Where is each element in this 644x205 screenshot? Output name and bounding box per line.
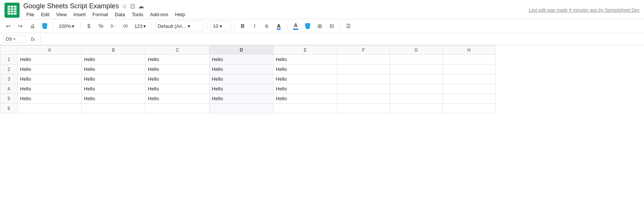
cell-D5[interactable]: Hello (210, 94, 273, 104)
cell-B2[interactable]: Hello (82, 64, 146, 74)
cell-E2[interactable]: Hello (273, 64, 337, 74)
cell-A4[interactable]: Hello (18, 84, 82, 94)
cell-D2[interactable]: Hello (210, 64, 273, 74)
cell-A6[interactable] (18, 104, 82, 113)
percent-button[interactable]: % (96, 21, 106, 31)
font-size-chevron-icon: ▾ (220, 23, 222, 29)
cell-G5[interactable] (390, 94, 443, 104)
menu-item-add-ons[interactable]: Add-ons (147, 11, 171, 18)
print-button[interactable]: 🖨 (27, 21, 38, 31)
cell-A3[interactable]: Hello (18, 74, 82, 84)
zoom-dropdown[interactable]: 100% ▾ (56, 21, 77, 31)
cell-C6[interactable] (146, 104, 210, 113)
decimal-decrease-button[interactable]: .0← (108, 21, 118, 31)
folder-icon[interactable]: ⊡ (130, 3, 135, 10)
cell-reference-box[interactable]: D9 ▾ (3, 35, 26, 43)
currency-button[interactable]: $ (84, 21, 94, 31)
col-header-F[interactable]: F (337, 46, 390, 55)
cell-G3[interactable] (390, 74, 443, 84)
cell-G6[interactable] (390, 104, 443, 113)
cell-B4[interactable]: Hello (82, 84, 146, 94)
cell-D4[interactable]: Hello (210, 84, 273, 94)
bold-button[interactable]: B (237, 21, 248, 31)
cell-F3[interactable] (337, 74, 390, 84)
cell-F6[interactable] (337, 104, 390, 113)
font-size-dropdown[interactable]: 10 ▾ (210, 21, 231, 31)
font-family-dropdown[interactable]: Default (Ari... ▾ (155, 21, 204, 31)
cell-G4[interactable] (390, 84, 443, 94)
menu-item-help[interactable]: Help (172, 11, 188, 18)
formula-input[interactable] (43, 36, 641, 42)
text-align-button[interactable]: ☰ (343, 21, 354, 31)
col-header-A[interactable]: A (18, 46, 82, 55)
cell-E3[interactable]: Hello (273, 74, 337, 84)
col-header-D[interactable]: D (210, 46, 273, 55)
col-header-H[interactable]: H (443, 46, 495, 55)
cell-C2[interactable]: Hello (146, 64, 210, 74)
strikethrough-button[interactable]: S (261, 21, 272, 31)
cell-C4[interactable]: Hello (146, 84, 210, 94)
col-header-C[interactable]: C (146, 46, 210, 55)
cell-A5[interactable]: Hello (18, 94, 82, 104)
cell-A2[interactable]: Hello (18, 64, 82, 74)
col-header-G[interactable]: G (390, 46, 443, 55)
formula-bar-separator (40, 35, 41, 43)
cell-H2[interactable] (443, 64, 495, 74)
merge-cells-button[interactable]: ⊟ (327, 21, 337, 31)
menu-item-tools[interactable]: Tools (129, 11, 146, 18)
menu-item-format[interactable]: Format (90, 11, 111, 18)
cell-B3[interactable]: Hello (82, 74, 146, 84)
cell-E4[interactable]: Hello (273, 84, 337, 94)
table-row: 4HelloHelloHelloHelloHello (0, 84, 495, 94)
table-row: 2HelloHelloHelloHelloHello (0, 64, 495, 74)
format-number-dropdown[interactable]: 123 ▾ (132, 21, 149, 31)
cell-H4[interactable] (443, 84, 495, 94)
borders-button[interactable]: ⊞ (314, 21, 325, 31)
underline-button[interactable]: A (273, 21, 284, 31)
cell-H5[interactable] (443, 94, 495, 104)
cell-E1[interactable]: Hello (273, 55, 337, 64)
cell-G2[interactable] (390, 64, 443, 74)
italic-button[interactable]: I (249, 21, 260, 31)
cell-C5[interactable]: Hello (146, 94, 210, 104)
cell-B6[interactable] (82, 104, 146, 113)
toolbar-separator-4 (207, 22, 207, 30)
cell-E6[interactable] (273, 104, 337, 113)
cell-G1[interactable] (390, 55, 443, 64)
col-header-B[interactable]: B (82, 46, 146, 55)
menu-item-data[interactable]: Data (112, 11, 128, 18)
cell-D6[interactable] (210, 104, 273, 113)
toolbar-separator-3 (152, 22, 152, 30)
cell-A1[interactable]: Hello (18, 55, 82, 64)
cell-E5[interactable]: Hello (273, 94, 337, 104)
cell-H1[interactable] (443, 55, 495, 64)
cell-F4[interactable] (337, 84, 390, 94)
cell-C3[interactable]: Hello (146, 74, 210, 84)
menu-item-file[interactable]: File (23, 11, 37, 18)
cell-H6[interactable] (443, 104, 495, 113)
menu-item-edit[interactable]: Edit (38, 11, 52, 18)
cell-D1[interactable]: Hello (210, 55, 273, 64)
cell-H3[interactable] (443, 74, 495, 84)
cell-B1[interactable]: Hello (82, 55, 146, 64)
toolbar-separator-2 (80, 22, 80, 30)
fill-color-button[interactable]: 🪣 (302, 21, 313, 31)
doc-title[interactable]: Google Sheets Script Examples (23, 2, 119, 10)
decimal-increase-button[interactable]: .00 (120, 21, 130, 31)
redo-button[interactable]: ↪ (15, 21, 26, 31)
cloud-icon[interactable]: ☁ (138, 3, 144, 10)
cell-D3[interactable]: Hello (210, 74, 273, 84)
grid-container: ABCDEFGH 1HelloHelloHelloHelloHello2Hell… (0, 45, 644, 113)
cell-C1[interactable]: Hello (146, 55, 210, 64)
cell-F2[interactable] (337, 64, 390, 74)
menu-item-view[interactable]: View (53, 11, 70, 18)
cell-B5[interactable]: Hello (82, 94, 146, 104)
menu-item-insert[interactable]: Insert (70, 11, 89, 18)
cell-F5[interactable] (337, 94, 390, 104)
paint-format-button[interactable]: 🪣 (39, 21, 50, 31)
undo-button[interactable]: ↩ (3, 21, 14, 31)
star-icon[interactable]: ☆ (122, 3, 127, 10)
cell-F1[interactable] (337, 55, 390, 64)
text-color-button[interactable]: A (290, 21, 301, 31)
col-header-E[interactable]: E (273, 46, 337, 55)
